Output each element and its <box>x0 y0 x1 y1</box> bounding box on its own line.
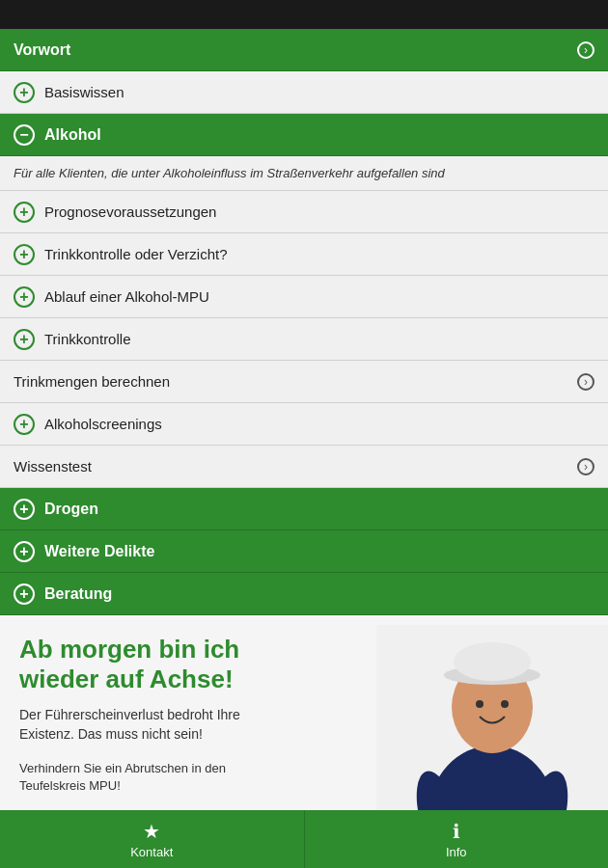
nav-vorwort[interactable]: Vorwort › <box>0 29 608 71</box>
drogen-label: Drogen <box>44 501 98 518</box>
svg-point-6 <box>476 700 484 708</box>
tab-kontakt[interactable]: ★ Kontakt <box>0 810 304 868</box>
nav-trinkkontrolle[interactable]: + Trinkkontrolle <box>0 318 608 361</box>
nav-weitere-delikte[interactable]: + Weitere Delikte <box>0 530 608 573</box>
prognose-label: Prognosevoraussetzungen <box>44 203 216 220</box>
info-label: Info <box>446 845 467 859</box>
ablauf-plus-icon: + <box>14 286 35 308</box>
vorwort-chevron-icon: › <box>577 41 594 59</box>
weitere-delikte-label: Weitere Delikte <box>44 543 154 560</box>
nav-wissenstest[interactable]: Wissenstest › <box>0 446 608 488</box>
alkohol-label: Alkohol <box>44 126 101 144</box>
banner-title: Ab morgen bin ich wieder auf Achse! <box>19 635 309 694</box>
beratung-label: Beratung <box>44 585 112 603</box>
nav-trinkkontrolle-verzicht[interactable]: + Trinkkontrolle oder Verzicht? <box>0 233 608 276</box>
basiswissen-label: Basiswissen <box>44 84 124 100</box>
alkoholscreenings-label: Alkoholscreenings <box>44 416 162 432</box>
wissenstest-label: Wissenstest <box>14 458 92 475</box>
nav-alkoholscreenings[interactable]: + Alkoholscreenings <box>0 403 608 446</box>
kontakt-label: Kontakt <box>130 845 173 859</box>
wissenstest-chevron-icon: › <box>577 458 594 475</box>
basiswissen-plus-icon: + <box>14 82 35 103</box>
top-status-bar <box>0 0 608 29</box>
kontakt-icon: ★ <box>143 820 160 843</box>
nav-ablauf[interactable]: + Ablauf einer Alkohol-MPU <box>0 276 608 318</box>
weitere-delikte-plus-icon: + <box>14 541 35 562</box>
nav-beratung[interactable]: + Beratung <box>0 573 608 615</box>
alkohol-description: Für alle Klienten, die unter Alkoholeinf… <box>0 156 608 191</box>
alkoholscreenings-plus-icon: + <box>14 414 35 435</box>
ablauf-label: Ablauf einer Alkohol-MPU <box>44 288 209 305</box>
nav-drogen[interactable]: + Drogen <box>0 488 608 530</box>
alkohol-minus-icon: − <box>14 124 35 146</box>
drogen-plus-icon: + <box>14 499 35 520</box>
trinkkontrolle-verzicht-plus-icon: + <box>14 244 35 265</box>
info-icon: ℹ <box>453 820 460 843</box>
nav-basiswissen[interactable]: + Basiswissen <box>0 71 608 114</box>
trinkkontrolle-plus-icon: + <box>14 329 35 350</box>
beratung-plus-icon: + <box>14 583 35 605</box>
prognose-plus-icon: + <box>14 202 35 223</box>
nav-trinkmengen[interactable]: Trinkmengen berechnen › <box>0 361 608 403</box>
nav-prognose[interactable]: + Prognosevoraussetzungen <box>0 191 608 233</box>
tab-info[interactable]: ℹ Info <box>304 810 609 868</box>
svg-point-7 <box>501 700 509 708</box>
trinkmengen-label: Trinkmengen berechnen <box>14 373 170 390</box>
bottom-navigation: ★ Kontakt ℹ Info <box>0 810 608 868</box>
banner-footer: Verhindern Sie ein Abrutschen in den Teu… <box>19 760 251 795</box>
trinkmengen-chevron-icon: › <box>577 373 594 391</box>
svg-point-5 <box>454 642 531 681</box>
trinkkontrolle-verzicht-label: Trinkkontrolle oder Verzicht? <box>44 246 228 262</box>
nav-alkohol[interactable]: − Alkohol <box>0 114 608 156</box>
vorwort-label: Vorwort <box>14 41 70 59</box>
banner-subtitle: Der Führerscheinverlust bedroht Ihre Exi… <box>19 706 270 744</box>
trinkkontrolle-label: Trinkkontrolle <box>44 331 130 347</box>
